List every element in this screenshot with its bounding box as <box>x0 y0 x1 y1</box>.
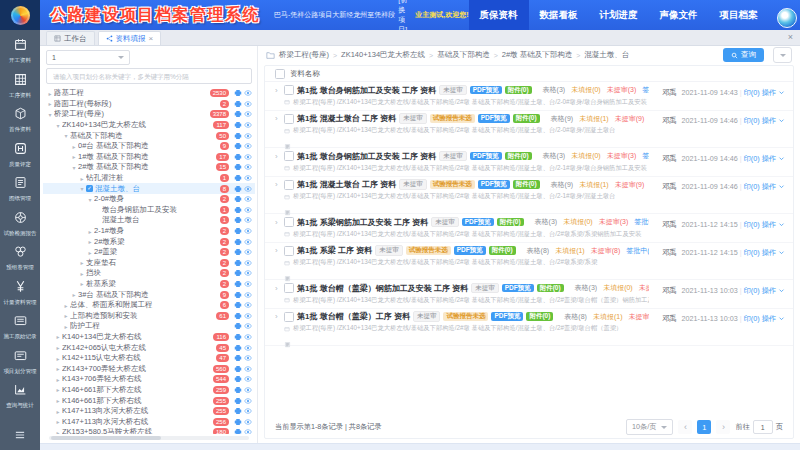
tree-caret-icon[interactable]: ▸ <box>54 408 62 415</box>
tree-node[interactable]: ▸K146+661那下大桥左线259 <box>43 385 255 396</box>
eye-icon[interactable] <box>244 153 252 161</box>
eye-icon[interactable] <box>244 397 252 405</box>
tree-node[interactable]: ▸K146+661那下大桥右线255 <box>43 395 255 406</box>
chevron-down-icon[interactable] <box>778 287 785 294</box>
eye-icon[interactable] <box>244 163 252 171</box>
tree-caret-icon[interactable]: ▸ <box>54 397 62 404</box>
eye-icon[interactable] <box>244 216 252 224</box>
chevron-down-icon[interactable] <box>778 117 785 124</box>
eye-icon[interactable] <box>244 375 252 383</box>
row-checkbox[interactable] <box>284 151 294 161</box>
eye-icon[interactable] <box>244 291 252 299</box>
print-count-link[interactable]: 印(0) <box>744 314 760 323</box>
eye-icon[interactable] <box>244 365 252 373</box>
row-checkbox[interactable] <box>284 312 294 322</box>
tree-caret-icon[interactable]: ▸ <box>54 386 62 393</box>
action-link[interactable]: 操作 <box>762 314 778 323</box>
printer-icon[interactable] <box>234 121 242 129</box>
tree-node[interactable]: 混凝土墩台1 <box>43 215 255 226</box>
tree-caret-icon[interactable]: ▸ <box>46 100 54 107</box>
breadcrumb-item[interactable]: ZK140+134巴龙大桥左线 <box>341 50 425 60</box>
bottom-scrollbar-strip[interactable] <box>40 443 800 450</box>
tree-node[interactable]: ▸ZK153+580.5马鞍大桥左线180 <box>43 427 255 434</box>
tree-caret-icon[interactable]: ▾ <box>54 122 62 129</box>
record-badge[interactable]: PDF预览 <box>470 152 502 161</box>
tree-caret-icon[interactable]: ▸ <box>54 429 62 434</box>
eye-icon[interactable] <box>244 280 252 288</box>
query-more-button[interactable] <box>773 47 792 63</box>
sidebar-item-cube[interactable]: 首件资料 <box>0 106 40 134</box>
eye-icon[interactable] <box>244 312 252 320</box>
sidebar-item-clover[interactable]: 预组卷管理 <box>0 244 40 272</box>
chevron-down-icon[interactable] <box>778 249 785 256</box>
printer-icon[interactable] <box>234 428 242 434</box>
tree-node[interactable]: ▸挡块2 <box>43 268 255 279</box>
printer-icon[interactable] <box>234 375 242 383</box>
tree-horizontal-scrollbar[interactable] <box>49 436 249 440</box>
breadcrumb-item[interactable]: 混凝土墩、台 <box>584 50 629 60</box>
test-report-doc-icon[interactable] <box>284 209 291 216</box>
eye-icon[interactable] <box>244 333 252 341</box>
user-avatar[interactable] <box>777 8 797 28</box>
eye-icon[interactable] <box>244 354 252 362</box>
tree-caret-icon[interactable]: ▸ <box>86 249 94 256</box>
tree-node[interactable]: ▾✓混凝土墩、台8 <box>43 183 255 194</box>
chevron-down-icon[interactable] <box>778 183 785 190</box>
tree-search-input[interactable] <box>51 72 247 81</box>
tree-node[interactable]: ▸钻孔灌注桩1 <box>43 173 255 184</box>
printer-icon[interactable] <box>234 132 242 140</box>
tree-node[interactable]: ▸路面工程(每标段)2 <box>43 99 255 110</box>
row-checkbox[interactable] <box>284 246 294 256</box>
printer-icon[interactable] <box>234 216 242 224</box>
printer-icon[interactable] <box>234 100 242 108</box>
tree-caret-icon[interactable]: ▸ <box>70 153 78 160</box>
printer-icon[interactable] <box>234 301 242 309</box>
prev-page-button[interactable]: ‹ <box>678 420 692 434</box>
print-count-link[interactable]: 印(0) <box>744 286 760 295</box>
tree-caret-icon[interactable]: ▸ <box>70 291 78 298</box>
eye-icon[interactable] <box>244 206 252 214</box>
printer-icon[interactable] <box>234 248 242 256</box>
tree-node[interactable]: ▸K147+113向水河大桥左线255 <box>43 406 255 417</box>
action-link[interactable]: 操作 <box>762 248 778 257</box>
tree-caret-icon[interactable]: ▾ <box>86 196 94 203</box>
tree-caret-icon[interactable]: ▸ <box>46 90 54 97</box>
eye-icon[interactable] <box>244 100 252 108</box>
test-report-doc-icon[interactable] <box>284 275 291 282</box>
printer-icon[interactable] <box>234 344 242 352</box>
eye-icon[interactable] <box>244 248 252 256</box>
row-checkbox[interactable] <box>284 180 294 190</box>
printer-icon[interactable] <box>234 153 242 161</box>
tree-caret-icon[interactable]: ▸ <box>62 312 70 319</box>
printer-icon[interactable] <box>234 291 242 299</box>
printer-icon[interactable] <box>234 163 242 171</box>
row-checkbox[interactable] <box>284 114 294 124</box>
expand-caret-icon[interactable]: › <box>275 86 281 95</box>
tree-caret-icon[interactable]: ▸ <box>54 418 62 425</box>
action-link[interactable]: 操作 <box>762 182 778 191</box>
tab-workbench[interactable]: 工作台 <box>46 31 95 45</box>
eye-icon[interactable] <box>244 110 252 118</box>
eye-icon[interactable] <box>244 386 252 394</box>
tree-node[interactable]: ▾桥梁工程(每座)3378 <box>43 109 255 120</box>
tree-node[interactable]: ▸3#台 基础及下部构造9 <box>43 289 255 300</box>
eye-icon[interactable] <box>244 428 252 434</box>
expand-caret-icon[interactable]: › <box>275 114 281 123</box>
tree-node[interactable]: ▸2#墩系梁2 <box>43 236 255 247</box>
expand-caret-icon[interactable]: › <box>275 284 281 293</box>
printer-icon[interactable] <box>234 110 242 118</box>
tree-caret-icon[interactable]: ▾ <box>62 132 70 139</box>
printer-icon[interactable] <box>234 312 242 320</box>
print-count-link[interactable]: 印(0) <box>744 220 760 229</box>
tree-caret-icon[interactable]: ▾ <box>78 185 86 192</box>
tree-caret-icon[interactable]: ▾ <box>70 164 78 171</box>
printer-icon[interactable] <box>234 354 242 362</box>
expand-caret-icon[interactable]: › <box>275 246 281 255</box>
action-link[interactable]: 操作 <box>762 286 778 295</box>
tree-caret-icon[interactable]: ▸ <box>78 270 86 277</box>
header-nav-item[interactable]: 项目档案 <box>709 0 769 30</box>
next-page-button[interactable]: › <box>716 420 730 434</box>
sidebar-item-calendar[interactable]: 开工资料 <box>0 37 40 65</box>
printer-icon[interactable] <box>234 280 242 288</box>
tree-caret-icon[interactable]: ▸ <box>86 228 94 235</box>
